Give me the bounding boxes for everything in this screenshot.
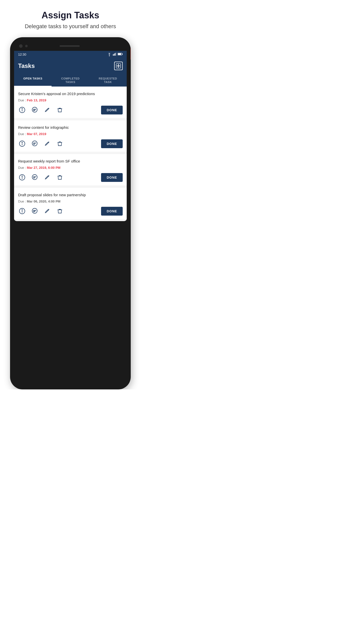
table-row: Draft proposal slides for new partnershi… [14,188,127,219]
task-actions-2: DONE [18,139,123,148]
tabs-bar: OPEN TASKS COMPLETEDTASKS REQUESTEDTASK [14,74,127,87]
comment-icon-4[interactable] [31,207,39,215]
phone-content: Secure Kristen's approval on 2019 predic… [14,87,127,221]
svg-point-29 [22,176,22,176]
edit-icon-2[interactable] [43,140,51,148]
task-title-2: Review content for infographic [18,125,123,130]
task-due-date-2: Mar 07, 2019 [27,132,46,136]
tab-open-tasks[interactable]: OPEN TASKS [14,74,52,87]
tab-requested-task[interactable]: REQUESTEDTASK [89,74,127,87]
svg-point-37 [22,210,22,210]
task-due-date-1: Feb 13, 2019 [27,98,46,102]
app-header-title: Tasks [18,62,35,69]
svg-rect-4 [116,53,116,56]
done-button-2[interactable]: DONE [101,139,123,148]
svg-point-21 [22,142,22,143]
tab-completed-tasks[interactable]: COMPLETEDTASKS [52,74,89,87]
comment-icon-3[interactable] [31,173,39,181]
delete-icon-3[interactable] [56,173,64,181]
svg-rect-2 [114,54,115,56]
speaker-bar [60,45,80,47]
task-due-1: Due : Feb 13, 2019 [18,98,123,102]
table-row: Request weekly report from SF office Due… [14,154,127,185]
svg-rect-7 [118,53,121,55]
delete-icon-2[interactable] [56,140,64,148]
svg-point-38 [32,208,37,213]
task-actions-1: DONE [18,106,123,114]
svg-rect-6 [122,54,123,55]
page-subtitle: Delegate tasks to yourself and others [8,23,133,30]
edit-icon-4[interactable] [43,207,51,215]
done-button-1[interactable]: DONE [101,106,123,114]
add-task-button[interactable] [114,62,123,70]
svg-point-0 [109,56,110,56]
battery-icon [118,53,123,56]
svg-point-14 [32,107,37,112]
task-title-1: Secure Kristen's approval on 2019 predic… [18,91,123,96]
wifi-icon [107,53,112,56]
table-row: Secure Kristen's approval on 2019 predic… [14,87,127,118]
task-title-3: Request weekly report from SF office [18,158,123,164]
task-due-date-3: Mar 27, 2019, 6:00 PM [27,166,61,170]
task-actions-4: DONE [18,207,123,216]
edit-icon-3[interactable] [43,173,51,181]
svg-point-22 [32,141,37,146]
task-actions-3: DONE [18,173,123,182]
status-bar: 12:30 [14,51,127,58]
phone-shell: 12:30 [10,37,131,389]
comment-icon-2[interactable] [31,140,39,148]
svg-point-30 [32,175,37,180]
info-icon-2[interactable] [18,140,26,148]
comment-icon-1[interactable] [31,106,39,114]
phone-notch [14,42,127,51]
task-due-2: Due : Mar 07, 2019 [18,132,123,136]
info-icon-1[interactable] [18,106,26,114]
task-due-date-4: Mar 06, 2020, 4:00 PM [27,199,61,203]
delete-icon-4[interactable] [56,207,64,215]
done-button-3[interactable]: DONE [101,173,123,182]
signal-icon [113,52,116,57]
page-header: Assign Tasks Delegate tasks to yourself … [0,0,141,37]
svg-point-13 [22,108,22,109]
table-row: Review content for infographic Due : Mar… [14,120,127,152]
page-title: Assign Tasks [8,10,133,21]
notch-cameras [19,44,28,48]
app-header: Tasks [14,58,127,74]
camera-dot-2 [25,45,28,47]
done-button-4[interactable]: DONE [101,207,123,216]
delete-icon-1[interactable] [56,106,64,114]
svg-rect-1 [113,54,114,56]
edit-icon-1[interactable] [43,106,51,114]
task-due-3: Due : Mar 27, 2019, 6:00 PM [18,166,123,170]
camera-dot-1 [19,44,23,48]
info-icon-3[interactable] [18,173,26,181]
svg-rect-3 [115,53,116,56]
status-icons [107,52,123,57]
task-due-4: Due : Mar 06, 2020, 4:00 PM [18,199,123,203]
task-title-4: Draft proposal slides for new partnershi… [18,192,123,197]
info-icon-4[interactable] [18,207,26,215]
status-time: 12:30 [18,53,26,56]
